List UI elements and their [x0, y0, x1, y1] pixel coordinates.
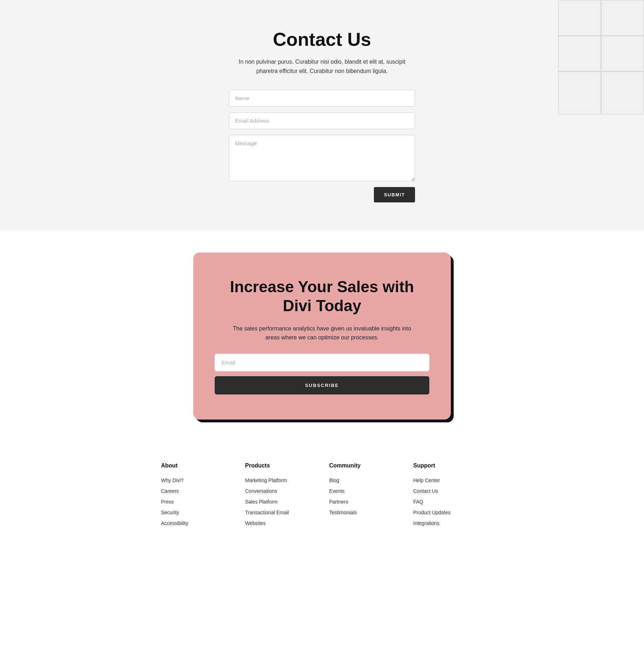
footer-inner: AboutWhy Divi?CareersPressSecurityAccess… [161, 462, 483, 526]
grid-images [558, 0, 644, 114]
cta-title: Increase Your Sales with Divi Today [215, 278, 429, 315]
footer-col-links-1: Marketing PlatformConversationsSales Pla… [245, 477, 315, 526]
footer-col-links-3: Help CenterContact UsFAQProduct UpdatesI… [413, 477, 483, 526]
footer-col-title-2: Community [329, 462, 399, 469]
contact-section: Contact Us In non pulvinar purus. Curabi… [0, 0, 644, 231]
cta-description: The sales performance analytics have giv… [225, 324, 419, 342]
grid-cell-5 [558, 72, 601, 114]
contact-form: Submit [229, 90, 415, 202]
grid-cell-6 [601, 72, 644, 114]
footer-col-links-2: BlogEventsPartnersTestimonials [329, 477, 399, 515]
footer-link-2-2[interactable]: Partners [329, 499, 399, 505]
footer-col-0: AboutWhy Divi?CareersPressSecurityAccess… [161, 462, 231, 526]
submit-button[interactable]: Submit [374, 187, 415, 202]
footer-col-title-1: Products [245, 462, 315, 469]
name-input[interactable] [229, 90, 415, 107]
message-input[interactable] [229, 135, 415, 181]
contact-title: Contact Us [273, 29, 371, 50]
grid-cell-4 [601, 36, 644, 72]
footer-link-0-2[interactable]: Press [161, 499, 231, 505]
contact-description: In non pulvinar purus. Curabitur nisi od… [229, 57, 415, 75]
grid-cell-1 [558, 0, 601, 36]
grid-cell-3 [558, 36, 601, 72]
cta-email-input[interactable] [215, 354, 429, 371]
footer-link-3-4[interactable]: Integrations [413, 520, 483, 526]
footer-link-2-0[interactable]: Blog [329, 477, 399, 483]
footer-link-0-1[interactable]: Careers [161, 488, 231, 494]
footer-link-3-1[interactable]: Contact Us [413, 488, 483, 494]
footer-link-3-0[interactable]: Help Center [413, 477, 483, 483]
footer-col-3: SupportHelp CenterContact UsFAQProduct U… [413, 462, 483, 526]
footer-link-1-1[interactable]: Conversations [245, 488, 315, 494]
footer-link-1-2[interactable]: Sales Platform [245, 499, 315, 505]
footer-col-title-0: About [161, 462, 231, 469]
cta-card: Increase Your Sales with Divi Today The … [193, 252, 451, 420]
footer-link-2-3[interactable]: Testimonials [329, 510, 399, 515]
subscribe-button[interactable]: Subscribe [215, 376, 429, 394]
footer-link-2-1[interactable]: Events [329, 488, 399, 494]
footer: AboutWhy Divi?CareersPressSecurityAccess… [0, 441, 644, 555]
email-input[interactable] [229, 112, 415, 129]
grid-cell-2 [601, 0, 644, 36]
footer-link-1-3[interactable]: Transactional Email [245, 510, 315, 515]
footer-link-3-2[interactable]: FAQ [413, 499, 483, 505]
footer-link-3-3[interactable]: Product Updates [413, 510, 483, 515]
footer-link-1-4[interactable]: Websites [245, 520, 315, 526]
footer-col-title-3: Support [413, 462, 483, 469]
footer-col-2: CommunityBlogEventsPartnersTestimonials [329, 462, 399, 526]
footer-link-0-4[interactable]: Accessibility [161, 520, 231, 526]
cta-section: Increase Your Sales with Divi Today The … [0, 231, 644, 441]
footer-link-0-3[interactable]: Security [161, 510, 231, 515]
footer-link-1-0[interactable]: Marketing Platform [245, 477, 315, 483]
footer-col-links-0: Why Divi?CareersPressSecurityAccessibili… [161, 477, 231, 526]
footer-col-1: ProductsMarketing PlatformConversationsS… [245, 462, 315, 526]
footer-link-0-0[interactable]: Why Divi? [161, 477, 231, 483]
